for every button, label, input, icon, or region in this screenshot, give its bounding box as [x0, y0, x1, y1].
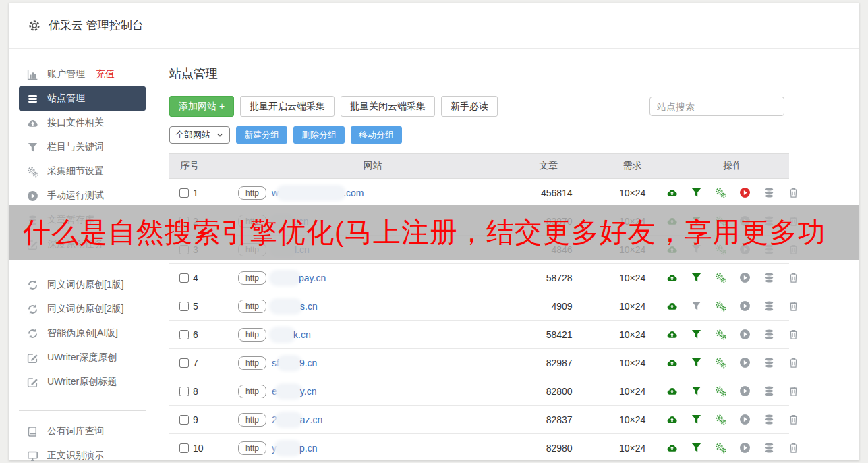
add-site-button[interactable]: 添加网站 + — [169, 96, 234, 117]
row-articles-count[interactable]: 4909 — [509, 292, 589, 321]
play-icon[interactable] — [739, 187, 751, 198]
site-domain-link[interactable]: k.cn — [272, 329, 311, 340]
site-domain-link[interactable]: s.cn — [272, 301, 318, 312]
row-checkbox[interactable] — [179, 358, 189, 368]
gears-icon[interactable] — [715, 329, 726, 340]
row-articles-count[interactable]: 82800 — [509, 377, 589, 406]
database-icon[interactable] — [763, 385, 775, 397]
sidebar-item-站点管理[interactable]: 站点管理 — [19, 86, 146, 111]
sidebar-item-UWriter深度原创[interactable]: UWriter深度原创 — [9, 346, 146, 370]
cloud-upload-icon[interactable] — [666, 357, 678, 369]
batch-close-cloud-collect-button[interactable]: 批量关闭云端采集 — [341, 96, 435, 117]
row-checkbox[interactable] — [179, 188, 189, 198]
database-icon[interactable] — [763, 414, 775, 425]
play-icon[interactable] — [739, 414, 751, 425]
sidebar-item-UWriter原创标题[interactable]: UWriter原创标题 — [9, 370, 146, 394]
site-domain-link[interactable]: 2az.cn — [272, 414, 322, 425]
gears-icon[interactable] — [715, 442, 726, 454]
database-icon[interactable] — [763, 187, 775, 198]
filter-icon[interactable] — [691, 414, 702, 425]
sidebar-item-智能伪原创[AI版][interactable]: 智能伪原创[AI版] — [9, 321, 146, 346]
site-domain-link[interactable]: yp.cn — [272, 443, 317, 454]
trash-icon[interactable] — [788, 442, 799, 454]
row-checkbox[interactable] — [179, 273, 189, 283]
cloud-upload-icon[interactable] — [666, 272, 678, 283]
gears-icon[interactable] — [715, 187, 726, 198]
batch-open-cloud-collect-button[interactable]: 批量开启云端采集 — [240, 96, 335, 117]
sidebar-item-采集细节设置[interactable]: 采集细节设置 — [9, 159, 146, 184]
sidebar-item-公有词库查询[interactable]: 公有词库查询 — [9, 419, 146, 443]
row-demand-value[interactable]: 10×24 — [589, 434, 676, 462]
row-articles-count[interactable]: 82837 — [509, 406, 589, 434]
trash-icon[interactable] — [788, 414, 799, 425]
http-protocol-badge[interactable]: http — [238, 413, 266, 427]
cloud-upload-icon[interactable] — [666, 187, 678, 198]
trash-icon[interactable] — [788, 300, 799, 312]
cloud-upload-icon[interactable] — [666, 414, 678, 425]
row-checkbox[interactable] — [179, 302, 189, 311]
gears-icon[interactable] — [715, 385, 726, 397]
database-icon[interactable] — [763, 357, 775, 369]
beginner-guide-button[interactable]: 新手必读 — [441, 96, 498, 117]
trash-icon[interactable] — [788, 385, 799, 397]
site-domain-link[interactable]: ey.cn — [272, 386, 316, 397]
row-articles-count[interactable]: 456814 — [509, 179, 589, 207]
row-articles-count[interactable]: 58421 — [509, 321, 589, 349]
filter-icon[interactable] — [691, 442, 702, 454]
http-protocol-badge[interactable]: http — [238, 300, 266, 313]
cloud-upload-icon[interactable] — [666, 442, 678, 454]
recharge-badge[interactable]: 充值 — [96, 68, 115, 80]
play-icon[interactable] — [739, 300, 751, 312]
play-icon[interactable] — [739, 442, 751, 454]
http-protocol-badge[interactable]: http — [238, 186, 266, 200]
filter-icon[interactable] — [691, 272, 702, 283]
cloud-upload-icon[interactable] — [666, 329, 678, 340]
database-icon[interactable] — [763, 442, 775, 454]
trash-icon[interactable] — [788, 329, 799, 340]
row-checkbox[interactable] — [179, 415, 189, 425]
play-icon[interactable] — [739, 357, 751, 369]
sidebar-item-正文识别演示[interactable]: 正文识别演示 — [9, 443, 146, 463]
row-articles-count[interactable]: 58728 — [509, 264, 589, 292]
site-search-input[interactable] — [649, 97, 784, 116]
play-icon[interactable] — [739, 272, 751, 283]
row-demand-value[interactable]: 10×24 — [589, 321, 676, 349]
play-icon[interactable] — [739, 385, 751, 397]
row-demand-value[interactable]: 10×24 — [589, 377, 676, 406]
sidebar-item-接口文件相关[interactable]: 接口文件相关 — [9, 111, 146, 135]
http-protocol-badge[interactable]: http — [238, 441, 266, 455]
database-icon[interactable] — [763, 300, 775, 312]
row-demand-value[interactable]: 10×24 — [589, 179, 676, 207]
http-protocol-badge[interactable]: http — [238, 271, 266, 285]
database-icon[interactable] — [763, 272, 775, 283]
new-group-button[interactable]: 新建分组 — [236, 126, 287, 144]
sidebar-item-账户管理[interactable]: 账户管理充值 — [9, 62, 146, 86]
filter-icon[interactable] — [691, 329, 702, 340]
row-demand-value[interactable]: 10×24 — [589, 406, 676, 434]
sidebar-item-同义词伪原创[2版][interactable]: 同义词伪原创[2版] — [9, 297, 146, 321]
gears-icon[interactable] — [715, 272, 726, 283]
cloud-upload-icon[interactable] — [666, 300, 678, 312]
filter-icon[interactable] — [691, 357, 702, 369]
row-articles-count[interactable]: 82980 — [509, 434, 589, 462]
play-icon[interactable] — [739, 329, 751, 340]
site-domain-link[interactable]: pay.cn — [272, 273, 326, 283]
site-domain-link[interactable]: w.com — [272, 188, 364, 198]
trash-icon[interactable] — [788, 187, 799, 198]
site-domain-link[interactable]: sf9.cn — [272, 358, 317, 369]
http-protocol-badge[interactable]: http — [238, 356, 266, 370]
trash-icon[interactable] — [788, 357, 799, 369]
row-articles-count[interactable]: 82987 — [509, 349, 589, 377]
row-checkbox[interactable] — [179, 443, 189, 453]
http-protocol-badge[interactable]: http — [238, 385, 266, 398]
http-protocol-badge[interactable]: http — [238, 328, 266, 342]
row-demand-value[interactable]: 10×24 — [589, 264, 676, 292]
site-group-select[interactable]: 全部网站 — [169, 126, 230, 144]
trash-icon[interactable] — [788, 272, 799, 283]
filter-icon[interactable] — [691, 385, 702, 397]
row-demand-value[interactable]: 10×24 — [589, 292, 676, 321]
delete-group-button[interactable]: 删除分组 — [293, 126, 345, 144]
row-checkbox[interactable] — [179, 387, 189, 396]
gears-icon[interactable] — [715, 414, 726, 425]
cloud-upload-icon[interactable] — [666, 385, 678, 397]
